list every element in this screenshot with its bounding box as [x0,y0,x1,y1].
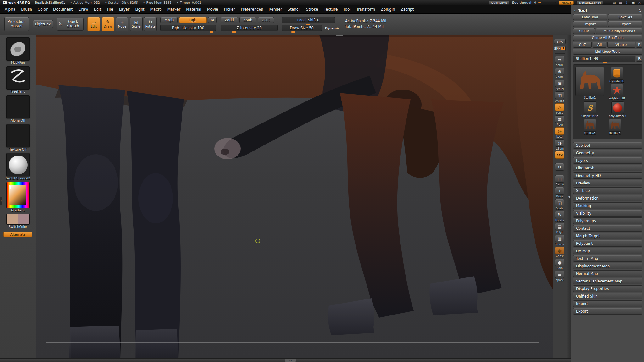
secondary-color-swatch[interactable] [18,214,29,224]
menus-button[interactable]: Menus [559,1,574,5]
section-texture-map[interactable]: Texture Map [573,255,642,262]
quick-sketch-button[interactable]: ✎ Quick Sketch [57,18,84,31]
menu-movie[interactable]: Movie [204,5,221,13]
menu-light[interactable]: Light [132,5,147,13]
menu-zplugin[interactable]: Zplugin [378,5,398,13]
active-tool-r-button[interactable]: R [636,56,642,62]
tool-thumb-polysurface3[interactable]: polySurface3 [609,101,626,118]
z-intensity-slider[interactable]: Z Intensity 20 [221,25,278,31]
shelf-frame[interactable]: □ Frame [555,175,564,186]
section-polypaint[interactable]: Polypaint [573,240,642,247]
alpha-selector[interactable]: Alpha Off [6,95,30,122]
canvas-hscroll-handle[interactable]: ▴ ▾ [285,359,296,362]
menu-zscript[interactable]: Zscript [398,5,417,13]
menu-picker[interactable]: Picker [221,5,238,13]
viewport-canvas[interactable] [36,35,553,358]
tool-thumb-cylinder3d[interactable]: Cylinder3D [609,67,625,83]
main-color-swatch[interactable] [7,214,18,224]
menu-layer[interactable]: Layer [116,5,132,13]
shelf-rotate[interactable]: ↻ Rotate [555,211,564,222]
menu-file[interactable]: File [104,5,116,13]
shelf-spin[interactable]: ↺ [555,163,564,174]
menu-draw[interactable]: Draw [76,5,91,13]
shelf-actual[interactable]: ▣ Actual [555,80,564,90]
goz-r-button[interactable]: R [636,42,642,48]
menu-alpha[interactable]: Alpha [2,5,18,13]
draw-button[interactable]: ✎ Draw [102,17,114,31]
clone-button[interactable]: Clone [573,28,595,34]
menu-stencil[interactable]: Stencil [285,5,304,13]
section-visibility[interactable]: Visibility [573,210,642,217]
shelf-xyz[interactable]: XYZ [555,151,564,162]
section-vector-displacement-map[interactable]: Vector Displacement Map [573,278,642,284]
see-through-slider[interactable] [538,2,556,3]
shelf-solo[interactable]: ● Solo [555,259,564,270]
tool-thumb-simplebrush[interactable]: S SimpleBrush [575,101,604,118]
zsub-button[interactable]: Zsub [239,17,256,23]
dots-menu-icon[interactable]: ∷ [606,1,610,4]
reload-palette-icon[interactable]: ↻ [638,8,642,13]
menu-brush[interactable]: Brush [18,5,35,13]
zcut-button[interactable]: Zcut [258,17,274,23]
edit-button[interactable]: ▭ Edit [87,17,100,31]
section-morph-target[interactable]: Morph Target [573,233,642,239]
menu-color[interactable]: Color [35,5,50,13]
shelf-scroll[interactable]: ↔ Scroll [555,56,564,67]
scale-button[interactable]: ◱ Scale [130,17,143,31]
projection-master-button[interactable]: Projection Master [4,17,29,31]
focal-shift-slider[interactable]: Focal Shift 0 [282,17,335,23]
menu-preferences[interactable]: Preferences [238,5,266,13]
panel-divider[interactable]: ◀ [567,35,571,358]
menu-edit[interactable]: Edit [91,5,104,13]
color-swatches[interactable] [6,214,30,225]
canvas-top-scrollbar[interactable] [36,35,553,37]
texture-selector[interactable]: Texture Off [6,124,30,151]
mrgb-button[interactable]: Mrgb [160,17,178,23]
draw-size-slider[interactable]: Draw Size 50 [282,25,322,31]
goz-button[interactable]: GoZ [573,42,592,48]
lightbox-button[interactable]: LightBox [33,20,53,28]
tool-thumb-stallion1-large[interactable]: Stallion1 [575,67,604,99]
clone-all-subtools-button[interactable]: Clone All SubTools [573,35,642,41]
goz-visible-button[interactable]: Visible [607,42,635,48]
dynamic-label[interactable]: Dynamic [325,26,339,30]
section-fibermesh[interactable]: FiberMesh [573,165,642,171]
hue-gradient-picker[interactable] [6,182,30,208]
grid-layout-icon[interactable]: ▦ [619,1,623,4]
rgb-intensity-slider[interactable]: Rgb Intensity 100 [160,25,216,31]
tool-thumb-stallion1-a[interactable]: Stallion1 [575,119,604,135]
active-tool-slider[interactable]: Stallion1. 49 [573,56,635,62]
section-normal-map[interactable]: Normal Map [573,270,642,277]
panel-layout-icon[interactable]: ▣ [631,1,635,4]
tool-thumb-polymesh3d[interactable]: PolyMesh3D [609,84,625,100]
shelf-local[interactable]: ◎ Local [555,127,564,138]
lightbox-tools-button[interactable]: Lightbox▸Tools [573,49,642,55]
shelf-zoom[interactable]: ⊕ Zoom [555,68,564,79]
section-deformation[interactable]: Deformation [573,195,642,201]
section-subtool[interactable]: SubTool [573,142,642,149]
menu-material[interactable]: Material [183,5,204,13]
close-icon[interactable]: × [637,1,641,4]
shelf-transp[interactable]: ▥ Transp [555,235,564,246]
section-import[interactable]: Import [573,300,642,307]
menu-document[interactable]: Document [50,5,76,13]
menu-texture[interactable]: Texture [321,5,340,13]
m-button[interactable]: M [208,17,217,23]
zadd-button[interactable]: Zadd [221,17,238,23]
default-zscript-button[interactable]: DefaultZScript [576,1,603,5]
shelf-scale[interactable]: ◱ Scale [555,199,564,210]
resize-icon[interactable]: ↕ [625,1,629,4]
panel-divider-arrow-icon[interactable]: ◀ [568,195,570,198]
section-uv-map[interactable]: UV Map [573,248,642,254]
left-tray-toggle[interactable]: ‹ [0,197,2,205]
import-button[interactable]: Import [573,21,607,27]
menu-macro[interactable]: Macro [147,5,164,13]
menu-transform[interactable]: Transform [354,5,378,13]
section-masking[interactable]: Masking [573,202,642,209]
export-button[interactable]: Export [608,21,642,27]
section-displacement-map[interactable]: Displacement Map [573,263,642,269]
shelf-xpose[interactable]: ≡ Xpose [555,271,564,282]
rotate-button[interactable]: ↻ Rotate [144,17,157,31]
switch-color[interactable]: SwitchColor [6,214,30,228]
menu-stroke[interactable]: Stroke [303,5,321,13]
